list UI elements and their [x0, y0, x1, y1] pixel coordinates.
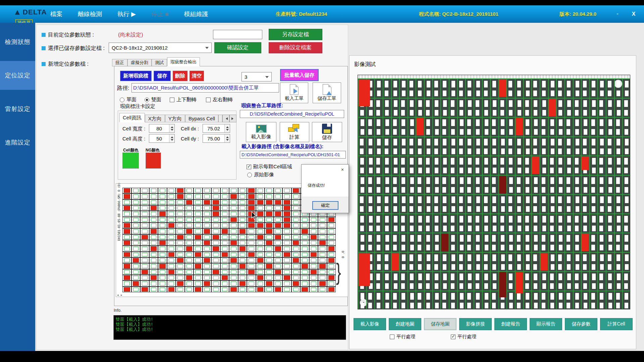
map-cell[interactable]: [247, 287, 256, 292]
map-cell[interactable]: [149, 199, 158, 205]
map-cell[interactable]: [149, 228, 158, 234]
map-cell[interactable]: [203, 269, 212, 275]
map-cell[interactable]: [318, 275, 327, 281]
map-cell[interactable]: [274, 252, 283, 257]
map-cell[interactable]: [256, 234, 265, 240]
map-cell[interactable]: [318, 223, 327, 228]
add-defect-file-button[interactable]: 新增瑕疵檔: [120, 71, 152, 81]
map-cell[interactable]: [140, 269, 149, 275]
map-cell[interactable]: [256, 188, 265, 193]
map-cell[interactable]: [256, 275, 265, 281]
map-cell[interactable]: [122, 287, 131, 292]
map-cell[interactable]: [211, 223, 220, 228]
map-cell[interactable]: [318, 287, 327, 292]
map-cell[interactable]: [176, 275, 185, 281]
map-cell[interactable]: [282, 263, 291, 269]
map-cell[interactable]: [256, 223, 265, 228]
map-cell[interactable]: [167, 205, 176, 211]
map-cell[interactable]: [247, 281, 256, 286]
map-cell[interactable]: [220, 281, 229, 286]
map-cell[interactable]: [229, 275, 238, 281]
parallel-option[interactable]: 平行處理: [390, 334, 415, 340]
map-cell[interactable]: [185, 269, 194, 275]
map-cell[interactable]: [327, 263, 336, 269]
map-cell[interactable]: [176, 263, 185, 269]
map-cell[interactable]: [220, 287, 229, 292]
map-cell[interactable]: [327, 287, 336, 292]
map-cell[interactable]: [256, 263, 265, 269]
map-cell[interactable]: [140, 281, 149, 286]
map-cell[interactable]: [211, 246, 220, 251]
dialog-ok-button[interactable]: 確定: [312, 201, 338, 210]
map-cell[interactable]: [185, 234, 194, 240]
map-cell[interactable]: [291, 281, 301, 286]
map-cell[interactable]: [176, 199, 185, 205]
map-cell[interactable]: [327, 228, 336, 234]
map-cell[interactable]: [265, 240, 274, 246]
map-cell[interactable]: [274, 193, 283, 199]
defect-block[interactable]: [416, 118, 424, 135]
map-cell[interactable]: [211, 287, 220, 292]
map-cell[interactable]: [158, 263, 167, 269]
action-button[interactable]: 計算Cell: [600, 318, 633, 330]
batch-load-save-button[interactable]: 批量載入儲存: [280, 69, 319, 81]
map-cell[interactable]: [149, 269, 158, 275]
map-cell[interactable]: [274, 188, 283, 193]
map-cell[interactable]: [158, 228, 167, 234]
map-cell[interactable]: [194, 188, 203, 193]
map-cell[interactable]: [185, 246, 194, 251]
map-cell[interactable]: [140, 211, 149, 217]
map-cell[interactable]: [327, 281, 336, 286]
map-cell[interactable]: [318, 246, 327, 251]
map-cell[interactable]: [211, 240, 220, 246]
map-cell[interactable]: [274, 234, 283, 240]
save-defect-button[interactable]: 儲存: [154, 71, 171, 81]
map-cell[interactable]: [274, 217, 283, 223]
map-cell[interactable]: [229, 281, 238, 286]
map-cell[interactable]: [176, 228, 185, 234]
map-cell[interactable]: [167, 217, 176, 223]
map-cell[interactable]: [140, 252, 149, 257]
map-cell[interactable]: [176, 223, 185, 228]
map-cell[interactable]: [247, 246, 256, 251]
map-cell[interactable]: [265, 246, 274, 251]
map-cell[interactable]: [194, 199, 203, 205]
map-cell[interactable]: [122, 246, 131, 251]
map-cell[interactable]: [300, 257, 309, 263]
new-param-name-input[interactable]: [213, 30, 262, 39]
cell-width-spinner[interactable]: 80: [149, 124, 175, 133]
map-scroll-arrows[interactable]: ◂ ▸: [117, 293, 123, 297]
map-cell[interactable]: [300, 234, 309, 240]
map-cell[interactable]: [265, 234, 274, 240]
map-cell[interactable]: [300, 217, 309, 223]
map-cell[interactable]: [265, 269, 274, 275]
map-cell[interactable]: [238, 263, 247, 269]
map-cell[interactable]: [300, 287, 309, 292]
load-image-button[interactable]: 載入影像: [246, 122, 276, 142]
map-cell[interactable]: [194, 263, 203, 269]
map-cell[interactable]: [282, 240, 291, 246]
map-cell[interactable]: [309, 234, 318, 240]
map-cell[interactable]: [291, 263, 301, 269]
map-cell[interactable]: [122, 269, 131, 275]
tab[interactable]: 扭正: [112, 59, 127, 66]
map-cell[interactable]: [247, 263, 256, 269]
map-cell[interactable]: [122, 223, 131, 228]
map-cell[interactable]: [309, 257, 318, 263]
map-cell[interactable]: [140, 188, 149, 193]
map-cell[interactable]: [149, 281, 158, 286]
close-button[interactable]: X: [629, 9, 639, 19]
map-cell[interactable]: [167, 246, 176, 251]
map-cell[interactable]: [211, 234, 220, 240]
map-cell[interactable]: [176, 188, 185, 193]
action-button[interactable]: 創建報告: [494, 318, 527, 330]
sidebar-item[interactable]: 進階設定: [0, 128, 35, 157]
map-cell[interactable]: [247, 199, 256, 205]
map-cell[interactable]: [291, 269, 301, 275]
map-cell[interactable]: [131, 246, 141, 251]
map-cell[interactable]: [291, 199, 301, 205]
map-cell[interactable]: [238, 269, 247, 275]
map-cell[interactable]: [256, 269, 265, 275]
map-cell[interactable]: [158, 257, 167, 263]
map-cell[interactable]: [265, 228, 274, 234]
